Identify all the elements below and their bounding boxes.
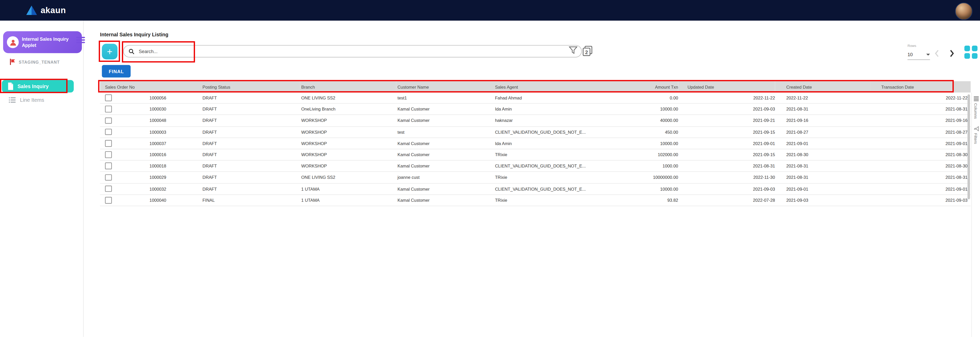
row-checkbox[interactable] — [105, 151, 111, 158]
pages-button[interactable]: 2 — [582, 46, 592, 58]
columns-panel-toggle[interactable]: Columns — [974, 96, 978, 119]
row-select-cell[interactable] — [100, 115, 118, 126]
cell-amount-txn: 10000.00 — [591, 183, 678, 194]
col-header-customer-name[interactable]: Customer Name — [396, 81, 494, 92]
cell-sales-agent: CLIENT_VALIDATION_GUID_DOES_NOT_E... — [494, 160, 591, 172]
cell-sales-agent: CLIENT_VALIDATION_GUID_DOES_NOT_E... — [494, 126, 591, 138]
row-select-cell[interactable] — [100, 92, 118, 103]
cell-sales-agent: TRixie — [494, 172, 591, 183]
final-filter-tab[interactable]: FINAL — [102, 65, 130, 78]
cell-sales-order-no: 1000056 — [118, 92, 201, 103]
cell-sales-agent: TRixie — [494, 149, 591, 160]
filter-icon — [569, 46, 578, 54]
search-icon — [129, 48, 135, 54]
col-header-created-date[interactable]: Created Date — [775, 81, 870, 92]
cell-created-date: 2022-11-22 — [775, 92, 870, 103]
akaun-logo[interactable]: akaun — [26, 0, 66, 21]
col-header-amount-txn[interactable]: Amount Txn — [591, 81, 678, 92]
col-header-sales-order-no[interactable]: Sales Order No — [100, 81, 201, 92]
cell-updated-date: 2021-09-21 — [678, 115, 775, 126]
prev-page-button[interactable] — [934, 49, 939, 60]
sidebar: Internal Sales Inquiry Applet STAGING_TE… — [0, 21, 84, 337]
col-header-sales-agent[interactable]: Sales Agent — [494, 81, 591, 92]
filter-button[interactable] — [569, 46, 578, 56]
row-select-cell[interactable] — [100, 149, 118, 160]
col-header-transaction-date[interactable]: Transaction Date — [870, 81, 970, 92]
row-select-cell[interactable] — [100, 103, 118, 115]
user-avatar[interactable] — [955, 2, 972, 19]
applet-button[interactable]: Internal Sales Inquiry Applet — [3, 31, 82, 53]
cell-sales-agent: TRixie — [494, 194, 591, 206]
table-row[interactable]: 1000016 DRAFT WORKSHOP Kamal Customer TR… — [100, 149, 971, 160]
cell-branch: WORKSHOP — [300, 149, 396, 160]
cell-created-date: 2021-08-31 — [775, 160, 870, 172]
grid-view-button[interactable] — [964, 46, 979, 60]
tenant-row[interactable]: STAGING_TENANT — [9, 59, 59, 65]
col-header-updated-date[interactable]: Updated Date — [678, 81, 775, 92]
table-row[interactable]: 1000003 DRAFT WORKSHOP test CLIENT_VALID… — [100, 126, 971, 138]
row-checkbox[interactable] — [105, 197, 111, 203]
cell-posting-status: DRAFT — [201, 126, 300, 138]
sidebar-collapse-button[interactable] — [76, 37, 85, 45]
cell-sales-agent: Fahad Ahmad — [494, 92, 591, 103]
cell-transaction-date: 2021-08-27 — [870, 126, 970, 138]
row-checkbox[interactable] — [105, 174, 111, 181]
table-row[interactable]: 1000056 DRAFT ONE LIVING SS2 test1 Fahad… — [100, 92, 971, 103]
cell-sales-order-no: 1000030 — [118, 103, 201, 115]
table-row[interactable]: 1000029 DRAFT ONE LIVING SS2 joanne cust… — [100, 172, 971, 183]
final-filter-label: FINAL — [109, 68, 124, 74]
rows-per-page-select[interactable]: 10 — [908, 50, 930, 60]
col-header-branch[interactable]: Branch — [300, 81, 396, 92]
page-title: Internal Sales Inquiry Listing — [100, 32, 168, 38]
col-header-posting-status[interactable]: Posting Status — [201, 81, 300, 92]
row-checkbox[interactable] — [105, 95, 111, 101]
cell-sales-order-no: 1000016 — [118, 149, 201, 160]
row-select-cell[interactable] — [100, 194, 118, 206]
cell-updated-date: 2021-09-15 — [678, 126, 775, 138]
table-row[interactable]: 1000048 DRAFT WORKSHOP Kamal Customer ha… — [100, 115, 971, 126]
row-select-cell[interactable] — [100, 183, 118, 194]
table-scrollbar[interactable] — [967, 94, 970, 199]
row-select-cell[interactable] — [100, 138, 118, 149]
add-button[interactable]: + — [102, 44, 118, 59]
cell-created-date: 2021-08-27 — [775, 126, 870, 138]
cell-branch: OneLiving Branch — [300, 103, 396, 115]
row-select-cell[interactable] — [100, 126, 118, 138]
cell-posting-status: DRAFT — [201, 92, 300, 103]
table-row[interactable]: 1000030 DRAFT OneLiving Branch Kamal Cus… — [100, 103, 971, 115]
cell-branch: 1 UTAMA — [300, 183, 396, 194]
row-checkbox[interactable] — [105, 117, 111, 124]
cell-transaction-date: 2021-08-31 — [870, 172, 970, 183]
cell-updated-date: 2022-07-28 — [678, 194, 775, 206]
cell-sales-agent: Ida Amin — [494, 103, 591, 115]
cell-transaction-date: 2021-09-01 — [870, 183, 970, 194]
cell-sales-order-no: 1000048 — [118, 115, 201, 126]
cell-posting-status: DRAFT — [201, 183, 300, 194]
next-page-button[interactable] — [949, 49, 954, 60]
row-checkbox[interactable] — [105, 163, 111, 170]
cell-updated-date: 2021-09-15 — [678, 149, 775, 160]
row-select-cell[interactable] — [100, 172, 118, 183]
cell-branch: WORKSHOP — [300, 138, 396, 149]
cell-posting-status: DRAFT — [201, 103, 300, 115]
cell-posting-status: DRAFT — [201, 138, 300, 149]
sidebar-item-line-items[interactable]: Line Items — [9, 97, 44, 103]
cell-created-date: 2021-08-30 — [775, 149, 870, 160]
row-select-cell[interactable] — [100, 160, 118, 172]
row-checkbox[interactable] — [105, 106, 111, 113]
table-row[interactable]: 1000037 DRAFT WORKSHOP Kamal Customer Id… — [100, 138, 971, 149]
cell-transaction-date: 2021-09-01 — [870, 138, 970, 149]
search-input[interactable] — [138, 48, 576, 55]
table-row[interactable]: 1000040 FINAL 1 UTAMA Kamal Customer TRi… — [100, 194, 971, 206]
logo-text: akaun — [41, 6, 66, 15]
table-row[interactable]: 1000018 DRAFT WORKSHOP Kamal Customer CL… — [100, 160, 971, 172]
sidebar-item-sales-inquiry[interactable]: Sales Inquiry — [2, 80, 74, 92]
row-checkbox[interactable] — [105, 186, 111, 192]
sidebar-collapse-icon — [76, 37, 85, 38]
row-checkbox[interactable] — [105, 140, 111, 146]
table-row[interactable]: 1000032 DRAFT 1 UTAMA Kamal Customer CLI… — [100, 183, 971, 194]
cell-posting-status: DRAFT — [201, 160, 300, 172]
grid-icon — [964, 46, 970, 51]
row-checkbox[interactable] — [105, 129, 111, 135]
filters-panel-toggle[interactable]: Filters — [974, 126, 978, 144]
